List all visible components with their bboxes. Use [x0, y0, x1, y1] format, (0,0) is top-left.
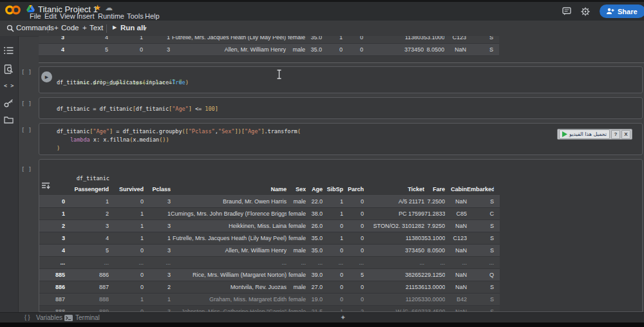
plus-icon: +: [54, 24, 59, 32]
terminal-icon: [64, 315, 73, 321]
table-row: 2 3 1 3 Heikkinen, Miss. Laina female 26…: [39, 220, 500, 232]
menu-tools[interactable]: Tools: [127, 12, 144, 20]
variables-button[interactable]: Variables: [36, 314, 62, 321]
status-bar: { } Variables Terminal ✦: [0, 312, 644, 323]
toolbar-divider: [106, 24, 107, 33]
table-row: 3 4 1 1 Futrelle, Mrs. Jacques Heath (Li…: [39, 232, 500, 245]
code-snippets-icon[interactable]: < >: [4, 82, 14, 93]
green-play-icon: [562, 131, 567, 137]
table-row: 3 4 1 1 Futrelle, Mrs. Jacques Heath (Li…: [39, 36, 499, 44]
share-label: Share: [618, 8, 638, 15]
row-index: 887: [39, 294, 65, 305]
run-play-icon: ▶: [113, 24, 117, 30]
panel-resize-sparkle-icon[interactable]: ✦: [340, 313, 346, 322]
menu-view[interactable]: View: [60, 12, 75, 20]
row-index: 885: [39, 269, 65, 281]
code-line: df_titanic = df_titanic[df_titanic["Age"…: [57, 105, 218, 113]
add-code-button[interactable]: Code: [61, 24, 79, 32]
row-index: 4: [39, 245, 65, 256]
download-label: تحميل هذا الفيديو: [569, 131, 607, 137]
menu-runtime[interactable]: Runtime: [98, 12, 124, 20]
table-row: 0 1 0 3 Braund, Mr. Owen Harris male 22.…: [39, 196, 500, 208]
cloud-saved-icon[interactable]: ☁: [105, 3, 113, 12]
code-line: df_titanic.drop_duplicates(inplace=True): [57, 79, 189, 86]
terminal-button[interactable]: Terminal: [75, 314, 100, 321]
row-index: 888: [39, 306, 65, 312]
drive-icon: [26, 5, 35, 12]
colab-window: Titanic Project 1 ★ ☁ File Edit View Ins…: [0, 0, 644, 327]
code-cell-df-titanic[interactable]: df_titanic PassengerId Survived Pclass N…: [39, 159, 643, 312]
code-line: df_titanic["Age"] = df_titanic.groupby([…: [57, 127, 301, 135]
cell-run-indicator[interactable]: [ ]: [21, 69, 32, 75]
chevron-down-icon[interactable]: ▾: [143, 24, 147, 33]
row-index: 0: [39, 196, 65, 207]
code-line: ): [57, 144, 60, 152]
row-index: 1: [39, 208, 65, 220]
search-icon: [6, 24, 14, 32]
share-people-icon: [606, 8, 614, 15]
download-video-popup: تحميل هذا الفيديو ? X: [557, 129, 632, 140]
row-index: 2: [39, 220, 65, 232]
window-bottom-edge: [0, 322, 644, 327]
dataframe-top-partial: 3 4 1 1 Futrelle, Mrs. Jacques Heath (Li…: [39, 36, 499, 56]
settings-gear-icon[interactable]: [581, 7, 590, 16]
download-video-button[interactable]: تحميل هذا الفيديو: [559, 129, 610, 139]
table-row: ... ... ... ... ... ... ... ... ... ... …: [39, 257, 500, 269]
left-sidebar: < >: [0, 36, 19, 312]
code-cell-fillna-median[interactable]: df_titanic["Age"] = df_titanic.groupby([…: [39, 123, 643, 155]
secrets-key-icon[interactable]: [4, 99, 14, 109]
run-cell-button[interactable]: ▶: [41, 71, 52, 82]
table-row: 4 5 0 3 Allen, Mr. William Henry male 35…: [39, 44, 499, 56]
text-cursor: [276, 70, 282, 79]
row-index: ...: [39, 257, 65, 268]
cell-run-indicator[interactable]: [ ]: [21, 166, 32, 173]
corner-cell: [39, 183, 65, 195]
variables-braces-icon: { }: [24, 314, 30, 321]
find-replace-icon[interactable]: [4, 64, 14, 75]
previous-output-cell: 3 4 1 1 Futrelle, Mrs. Jacques Heath (Li…: [39, 36, 644, 63]
colab-logo-icon[interactable]: [5, 4, 21, 16]
cell-run-indicator[interactable]: [ ]: [21, 127, 32, 133]
comments-icon[interactable]: [562, 7, 571, 15]
row-index: 3: [39, 232, 65, 244]
header: Titanic Project 1 ★ ☁ File Edit View Ins…: [0, 2, 644, 21]
star-icon[interactable]: ★: [94, 3, 101, 12]
table-row: 885 886 0 3 Rice, Mrs. William (Margaret…: [39, 269, 500, 281]
code-cell-drop-duplicates[interactable]: ▶ # 1) حذف الصفوف المكررة (لو فيه) df_ti…: [39, 66, 643, 93]
share-button[interactable]: Share: [600, 5, 644, 18]
files-folder-icon[interactable]: [4, 116, 14, 126]
menu-file[interactable]: File: [30, 12, 41, 20]
toolbar: Commands + Code + Text ▶ Run all ▾: [0, 21, 644, 37]
code-cell-age-filter[interactable]: df_titanic = df_titanic[df_titanic["Age"…: [39, 97, 643, 119]
table-row: 886 887 0 2 Montvila, Rev. Juozas male 2…: [39, 281, 500, 294]
table-of-contents-icon[interactable]: [4, 46, 14, 57]
table-row: 4 5 0 3 Allen, Mr. William Henry male 35…: [39, 245, 500, 257]
table-row: 888 889 0 3 Johnston, Miss. Catherine He…: [39, 306, 500, 312]
row-index: 3: [39, 36, 64, 43]
cell-run-indicator[interactable]: [ ]: [21, 100, 32, 107]
row-index: 886: [39, 281, 65, 293]
plus-icon: +: [82, 24, 87, 32]
menu-insert[interactable]: Insert: [77, 12, 95, 20]
popup-close-button[interactable]: X: [621, 130, 630, 139]
menu-help[interactable]: Help: [145, 12, 160, 20]
dataframe-body: 0 1 0 3 Braund, Mr. Owen Harris male 22.…: [39, 196, 500, 312]
dataframe-header: PassengerId Survived Pclass Name Sex Age…: [39, 183, 500, 196]
add-text-button[interactable]: Text: [90, 24, 103, 32]
code-line: lambda x: x.fillna(x.median()): [70, 136, 169, 144]
table-row: 1 2 1 1 Cumings, Mrs. John Bradley (Flor…: [39, 208, 500, 220]
menu-edit[interactable]: Edit: [44, 12, 57, 20]
play-icon: ▶: [45, 75, 48, 80]
toolbar-divider: [48, 24, 48, 33]
run-all-button[interactable]: Run all: [120, 24, 145, 32]
row-index: 4: [39, 44, 64, 55]
popup-help-button[interactable]: ?: [611, 130, 620, 139]
table-row: 887 888 1 1 Graham, Miss. Margaret Edith…: [39, 294, 500, 306]
